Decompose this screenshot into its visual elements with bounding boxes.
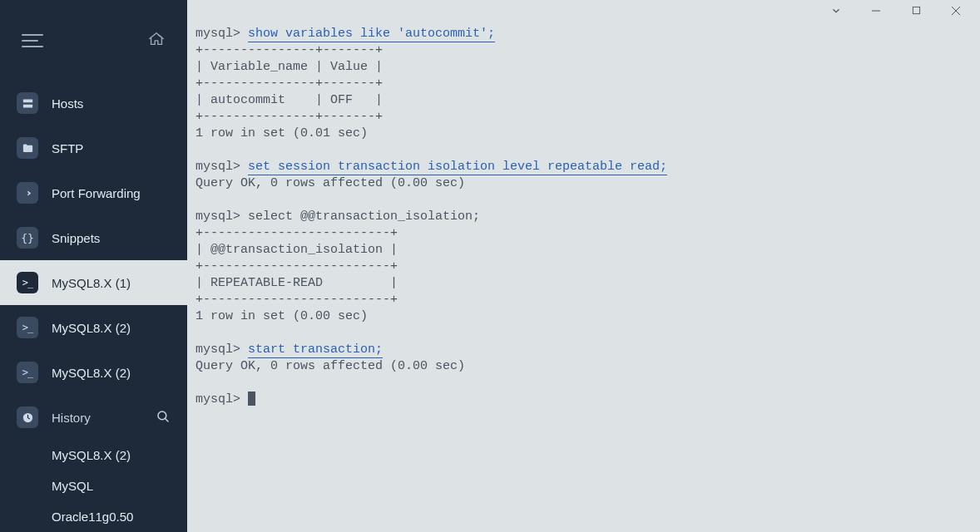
braces-icon: {} — [17, 227, 38, 249]
sidebar-item-label: MySQL8.X (2) — [52, 366, 131, 380]
svg-rect-4 — [913, 7, 919, 13]
clock-icon — [17, 406, 38, 428]
folder-icon — [17, 137, 38, 159]
sidebar-item-session-2[interactable]: >_ MySQL8.X (2) — [0, 305, 187, 350]
command: set session transaction isolation level … — [248, 160, 667, 175]
prompt: mysql> — [196, 27, 240, 41]
history-item[interactable]: Oracle11g0.50 — [0, 501, 187, 532]
sidebar-item-label: Hosts — [52, 96, 83, 111]
sidebar-item-label: MySQL8.X (2) — [52, 321, 131, 335]
history-item[interactable]: MySQL — [0, 470, 187, 501]
sidebar-item-port-forwarding[interactable]: Port Forwarding — [0, 170, 187, 215]
prompt: mysql> — [196, 209, 240, 224]
command: start transaction; — [248, 342, 383, 358]
terminal-output[interactable]: mysql> show variables like 'autocommit';… — [187, 21, 980, 532]
dropdown-button[interactable] — [817, 0, 855, 21]
sidebar-header — [0, 0, 187, 81]
search-icon[interactable] — [156, 409, 171, 426]
prompt: mysql> — [196, 160, 240, 174]
sidebar-item-session-3[interactable]: >_ MySQL8.X (2) — [0, 350, 187, 395]
sidebar-item-sftp[interactable]: SFTP — [0, 126, 187, 170]
close-button[interactable] — [937, 0, 975, 21]
output: +-------------------------+ | @@transact… — [196, 226, 398, 323]
svg-rect-0 — [22, 99, 32, 102]
server-icon — [17, 92, 38, 114]
sidebar: Hosts SFTP Port Forwarding {} Snippets >… — [0, 0, 187, 532]
menu-icon[interactable] — [22, 32, 43, 49]
sidebar-item-snippets[interactable]: {} Snippets — [0, 215, 187, 260]
sidebar-item-session-1[interactable]: >_ MySQL8.X (1) — [0, 260, 187, 305]
terminal-icon: >_ — [17, 272, 38, 293]
output: Query OK, 0 rows affected (0.00 sec) — [196, 176, 465, 190]
forward-icon — [17, 182, 38, 204]
maximize-button[interactable] — [897, 0, 935, 21]
command: select @@transaction_isolation; — [248, 209, 480, 224]
minimize-button[interactable] — [857, 0, 895, 21]
prompt: mysql> — [196, 392, 240, 406]
window-controls — [187, 0, 980, 21]
home-icon[interactable] — [147, 30, 166, 51]
history-item[interactable]: MySQL8.X (2) — [0, 440, 187, 470]
prompt: mysql> — [196, 342, 240, 357]
output: +---------------+-------+ | Variable_nam… — [196, 43, 383, 140]
output: Query OK, 0 rows affected (0.00 sec) — [196, 359, 465, 373]
sidebar-item-history[interactable]: History — [0, 395, 187, 440]
sidebar-item-label: Snippets — [52, 231, 100, 245]
sidebar-item-label: MySQL8.X (1) — [52, 276, 131, 290]
terminal-icon: >_ — [17, 317, 38, 338]
cursor — [248, 392, 255, 406]
sidebar-item-label: Port Forwarding — [52, 186, 141, 200]
svg-rect-1 — [22, 104, 32, 107]
sidebar-item-label: SFTP — [52, 141, 83, 155]
command: show variables like 'autocommit'; — [248, 27, 495, 42]
terminal-icon: >_ — [17, 362, 38, 383]
history-label: History — [52, 411, 91, 425]
main-panel: mysql> show variables like 'autocommit';… — [187, 0, 980, 532]
sidebar-item-hosts[interactable]: Hosts — [0, 81, 187, 126]
